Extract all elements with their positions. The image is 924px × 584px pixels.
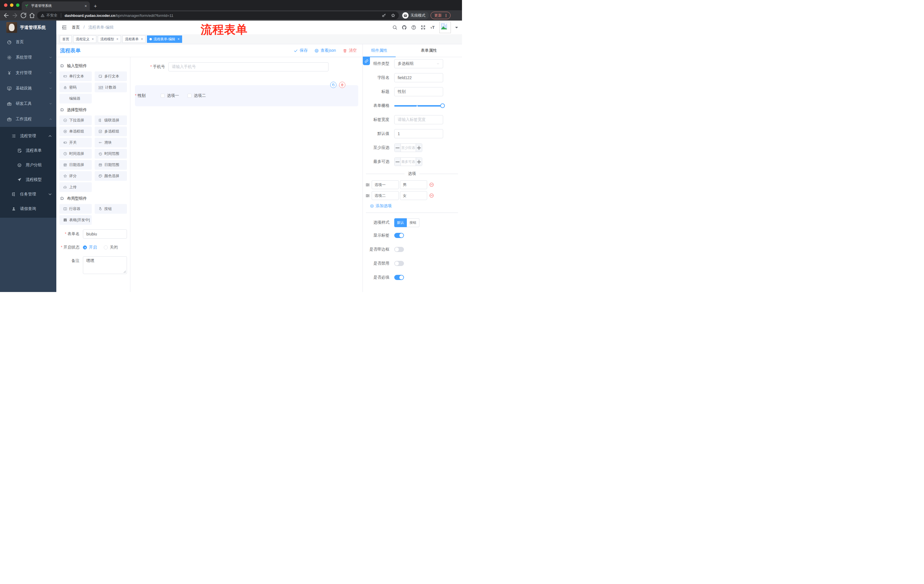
component-type-select[interactable]: 多选框组 xyxy=(394,59,443,68)
minus-icon[interactable] xyxy=(394,144,401,152)
disabled-toggle[interactable] xyxy=(394,261,404,266)
status-radio-off[interactable]: 关闭 xyxy=(104,245,118,250)
palette-item-table[interactable]: 表格[开发中] xyxy=(59,215,92,225)
help-icon[interactable] xyxy=(411,25,416,30)
key-icon[interactable] xyxy=(382,13,386,18)
palette-item-counter[interactable]: 123计数器 xyxy=(95,82,127,92)
label-width-input[interactable]: 请输入标签宽度 xyxy=(394,115,443,124)
sidebar-item-task-mgmt[interactable]: 任务管理 xyxy=(0,187,56,201)
min-select-input[interactable]: 至少应选 xyxy=(401,144,416,152)
tag-process-def[interactable]: 流程定义× xyxy=(73,35,96,43)
back-icon[interactable] xyxy=(3,12,10,19)
max-select-input[interactable]: 最多可选 xyxy=(401,158,416,166)
palette-item-date[interactable]: 日期选择 xyxy=(59,160,92,170)
max-select-stepper[interactable]: 最多可选 xyxy=(394,158,422,166)
sidebar-item-system[interactable]: 系统管理 xyxy=(0,50,56,65)
canvas-field-phone[interactable]: 手机号 请输入手机号 xyxy=(135,62,358,71)
save-button[interactable]: 保存 xyxy=(294,48,308,53)
palette-item-select[interactable]: 下拉选择 xyxy=(59,115,92,125)
new-tab-button[interactable]: + xyxy=(94,2,97,10)
github-icon[interactable] xyxy=(402,25,407,30)
home-icon[interactable] xyxy=(29,12,35,19)
tag-close-icon[interactable]: × xyxy=(178,37,180,41)
palette-item-rate[interactable]: 评分 xyxy=(59,171,92,181)
tag-process-form[interactable]: 流程表单× xyxy=(122,35,145,43)
sidebar-item-process-model[interactable]: 流程模型 xyxy=(0,172,56,187)
palette-item-single-text[interactable]: 单行文本 xyxy=(59,71,92,81)
minus-icon[interactable] xyxy=(394,158,401,166)
palette-item-date-range[interactable]: 日期范围 xyxy=(95,160,127,170)
field-name-input[interactable]: field122 xyxy=(394,73,443,82)
palette-item-password[interactable]: 密码 xyxy=(59,82,92,92)
tag-process-model[interactable]: 流程模型× xyxy=(98,35,121,43)
address-bar[interactable]: 不安全 dashboard.yudao.iocoder.cn/bpm/manag… xyxy=(37,12,399,20)
tab-close-icon[interactable]: × xyxy=(85,4,87,8)
palette-item-switch[interactable]: 开关 xyxy=(59,138,92,147)
gender-checkbox-option1[interactable]: 选项一 xyxy=(161,93,179,98)
sidebar-item-devtools[interactable]: 研发工具 xyxy=(0,96,56,112)
sidebar-item-process-mgmt[interactable]: 流程管理 xyxy=(0,128,56,143)
option2-value-input[interactable]: 女 xyxy=(400,191,427,200)
palette-item-slider[interactable]: 滑块 xyxy=(95,138,127,147)
palette-item-time[interactable]: 时间选择 xyxy=(59,149,92,159)
title-input[interactable]: 性别 xyxy=(394,87,443,96)
add-option-button[interactable]: 添加选项 xyxy=(370,204,458,209)
sidebar-item-process-form[interactable]: 流程表单 xyxy=(0,143,56,158)
minimize-window-button[interactable] xyxy=(10,3,13,7)
clear-button[interactable]: 清空 xyxy=(343,48,357,53)
tag-close-icon[interactable]: × xyxy=(141,37,143,41)
copy-field-button[interactable] xyxy=(330,82,337,88)
phone-input[interactable]: 请输入手机号 xyxy=(168,62,328,71)
option2-label-input[interactable]: 选项二 xyxy=(372,191,399,200)
option1-value-input[interactable]: 男 xyxy=(400,180,427,189)
view-json-button[interactable]: 查看json xyxy=(315,48,336,53)
show-label-toggle[interactable] xyxy=(394,233,404,238)
plus-icon[interactable] xyxy=(416,144,422,152)
style-default-button[interactable]: 默认 xyxy=(394,218,407,227)
forward-icon[interactable] xyxy=(12,12,18,19)
drag-handle-icon[interactable] xyxy=(365,183,370,187)
bordered-toggle[interactable] xyxy=(394,247,404,252)
window-controls[interactable] xyxy=(4,3,20,7)
palette-item-editor[interactable]: 编辑器 xyxy=(59,94,92,104)
caret-down-icon[interactable] xyxy=(455,27,458,30)
canvas-field-gender-selected[interactable]: 性别 选项一 选项二 xyxy=(135,85,358,106)
palette-item-color[interactable]: 颜色选择 xyxy=(95,171,127,181)
tag-home[interactable]: 首页 xyxy=(60,35,72,43)
palette-item-button[interactable]: 按钮 xyxy=(95,204,127,214)
tag-close-icon[interactable]: × xyxy=(116,37,118,41)
remove-option-icon[interactable] xyxy=(429,182,434,187)
palette-item-radio-group[interactable]: 单选框组 xyxy=(59,127,92,136)
sidebar-item-home[interactable]: 首页 xyxy=(0,34,56,50)
drag-handle-icon[interactable] xyxy=(365,193,370,198)
form-grid-slider[interactable] xyxy=(394,101,444,110)
browser-menu-kebab-icon[interactable]: ⋮ xyxy=(444,13,448,18)
palette-item-upload[interactable]: 上传 xyxy=(59,182,92,192)
sidebar-item-infra[interactable]: 基础设施 xyxy=(0,81,56,96)
palette-item-row[interactable]: 行容器 xyxy=(59,204,92,214)
form-remark-textarea[interactable]: 嘿嘿 xyxy=(83,256,127,274)
tag-close-icon[interactable]: × xyxy=(92,37,94,41)
search-icon[interactable] xyxy=(392,25,398,30)
sidebar-item-workflow[interactable]: 工作流程 xyxy=(0,112,56,127)
tab-form-props[interactable]: 表单属性 xyxy=(396,44,462,57)
browser-update-button[interactable]: 更新 ⋮ xyxy=(431,12,450,19)
default-value-input[interactable]: 1 xyxy=(394,129,443,138)
sidebar-item-leave-query[interactable]: 请假查询 xyxy=(0,201,56,216)
font-size-icon[interactable]: TT xyxy=(430,25,435,30)
avatar[interactable] xyxy=(439,22,451,33)
close-window-button[interactable] xyxy=(4,3,7,7)
zoom-window-button[interactable] xyxy=(16,3,20,7)
slider-handle[interactable] xyxy=(440,104,445,108)
min-select-stepper[interactable]: 至少应选 xyxy=(394,143,422,152)
bookmark-star-icon[interactable] xyxy=(391,13,395,18)
gender-checkbox-option2[interactable]: 选项二 xyxy=(188,93,206,98)
delete-field-button[interactable] xyxy=(339,82,345,88)
form-name-input[interactable]: biubiu xyxy=(83,229,127,239)
link-handle-button[interactable] xyxy=(363,57,370,65)
remove-option-icon[interactable] xyxy=(429,193,434,198)
tab-component-props[interactable]: 组件属性 xyxy=(363,44,396,57)
option1-label-input[interactable]: 选项一 xyxy=(372,180,399,189)
sidebar-item-user-group[interactable]: 用户分组 xyxy=(0,158,56,172)
palette-item-time-range[interactable]: 时间范围 xyxy=(95,149,127,159)
